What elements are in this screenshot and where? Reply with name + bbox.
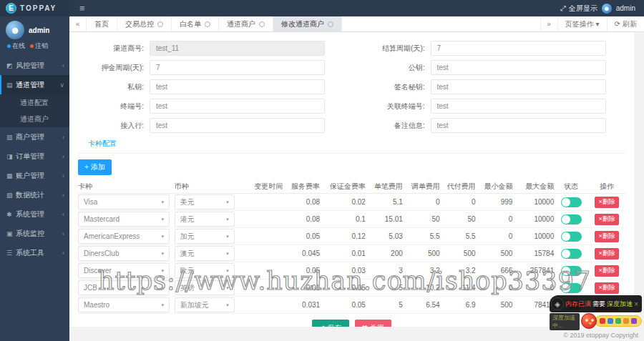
currency-select[interactable]: 港元▾ [175, 212, 235, 227]
sidebar-item-channel[interactable]: ▤通道管理∨ [0, 75, 69, 94]
tabs-collapse-icon[interactable]: « [69, 16, 87, 31]
card-config-link[interactable]: 卡种配置 [88, 139, 117, 147]
value-cell: 78412 [512, 301, 554, 309]
avatar[interactable]: ☻ [6, 21, 24, 39]
popup-tool-icon[interactable] [631, 318, 637, 324]
status-toggle[interactable] [561, 214, 582, 224]
stats-icon: ▨ [6, 192, 16, 199]
card-type-select[interactable]: AmericanExpress▾ [78, 229, 170, 244]
value-cell: 10.2 [403, 284, 440, 292]
card-type-select[interactable]: Discover▾ [78, 263, 170, 278]
form-row: 接入行:备注信息: [78, 117, 625, 134]
online-dot-icon [7, 44, 11, 48]
delete-button[interactable]: ×删除 [595, 197, 618, 208]
sidebar-item-order[interactable]: ◨订单管理‹ [0, 147, 69, 166]
status-toggle[interactable] [561, 232, 582, 242]
sidebar-item-tools[interactable]: ☰系统工具‹ [0, 243, 69, 262]
currency-select[interactable]: 澳元▾ [175, 246, 235, 261]
tab-label: 修改通道商户 [281, 19, 324, 29]
field-input-押金周期(天)[interactable] [150, 60, 325, 75]
sidebar-subitem[interactable]: 通道商户 [0, 111, 69, 127]
field-input-终端号[interactable] [150, 99, 325, 114]
tab-close-icon[interactable] [205, 21, 210, 27]
value-cell: 3.2 [440, 267, 476, 275]
card-type-select[interactable]: Maestro▾ [78, 297, 170, 312]
delete-button[interactable]: ×删除 [595, 282, 618, 294]
topbar-username[interactable]: admin [616, 4, 635, 12]
tab-close-icon[interactable] [259, 21, 265, 27]
tab-close-icon[interactable] [328, 21, 333, 27]
field-input-结算周期(天)[interactable] [431, 41, 606, 56]
value-cell: 0.1 [320, 215, 366, 223]
delete-button[interactable]: ×删除 [595, 248, 618, 260]
sidebar-item-merchant[interactable]: ▥商户管理‹ [0, 127, 69, 147]
chevron-icon: ‹ [62, 153, 64, 160]
tab-交易总控[interactable]: 交易总控 [117, 16, 172, 31]
currency-value: 欧元 [180, 266, 195, 276]
status-toggle[interactable] [561, 266, 582, 276]
popup-tool-icon[interactable] [615, 318, 621, 324]
field-input-私钥[interactable] [150, 79, 325, 94]
brand-logo[interactable]: E TOPPAY [0, 0, 69, 16]
main-content: 渠道商号:结算周期(天):押金周期(天):公钥:私钥:签名秘钥:终端号:关联终端… [69, 32, 644, 341]
sidebar-item-account[interactable]: ▦账户管理‹ [0, 166, 69, 185]
field-input-渠道商号[interactable] [150, 41, 325, 56]
status-toggle[interactable] [561, 197, 582, 207]
sidebar-subitem[interactable]: 通道配置 [0, 94, 69, 111]
delete-button[interactable]: ×删除 [595, 231, 618, 242]
currency-select[interactable]: 欧元▾ [175, 263, 235, 278]
chevron-icon: ‹ [62, 172, 64, 179]
card-type-select[interactable]: Visa▾ [78, 194, 170, 209]
field-input-公钥[interactable] [431, 60, 606, 75]
save-button[interactable]: ✔ 保存 [312, 320, 348, 327]
field-input-签名秘钥[interactable] [431, 79, 606, 94]
avatar[interactable]: ☻ [602, 4, 612, 14]
tab-修改通道商户[interactable]: 修改通道商户 [273, 16, 342, 31]
tab-首页[interactable]: 首页 [87, 16, 117, 31]
refresh-button[interactable]: ⟳ 刷新 [607, 16, 644, 31]
close-button[interactable]: ✖ 关闭 [355, 320, 391, 327]
field-input-备注信息[interactable] [431, 118, 606, 133]
promo-popup: ◈ 内存已满 需要 深度加速 × 深度加速中... [550, 295, 642, 330]
actions-cell: ×删除 [588, 214, 625, 225]
tab-close-icon[interactable] [157, 21, 163, 27]
mascot-icon[interactable] [581, 313, 597, 329]
column-header: 代付费用 [440, 182, 476, 192]
tab-通道商户[interactable]: 通道商户 [219, 16, 273, 31]
popup-tool-icon[interactable] [608, 318, 613, 324]
shield-icon: ◈ [551, 297, 564, 310]
tab-operations-dropdown[interactable]: 页签操作▾ [557, 16, 607, 31]
currency-select[interactable]: 新加坡元▾ [175, 297, 235, 312]
popup-toolbar[interactable] [595, 315, 642, 327]
popup-tool-icon[interactable] [600, 318, 605, 324]
sidebar-item-stats[interactable]: ▨数据统计‹ [0, 185, 69, 204]
popup-close-icon[interactable]: × [634, 300, 638, 308]
status-cell [554, 197, 588, 207]
popup-tool-icon[interactable] [623, 318, 629, 324]
hamburger-icon[interactable]: ≡ [79, 3, 85, 14]
currency-select[interactable]: 美元▾ [175, 194, 235, 209]
add-card-button[interactable]: + 添加 [78, 159, 112, 175]
table-body: Visa▾美元▾0.080.025.10099910000×删除Masterca… [78, 194, 625, 314]
delete-button[interactable]: ×删除 [595, 265, 618, 277]
card-type-select[interactable]: JCB▾ [78, 280, 170, 295]
logout-link[interactable]: 注销 [30, 41, 48, 51]
fullscreen-button[interactable]: ⤢ 全屏显示 [560, 4, 597, 14]
card-type-select[interactable]: Mastercard▾ [78, 212, 170, 227]
currency-select[interactable]: 加元▾ [175, 229, 235, 244]
sidebar-item-system[interactable]: ✱系统管理‹ [0, 204, 69, 224]
table-row: Visa▾美元▾0.080.025.10099910000×删除 [78, 194, 625, 211]
tab-白名单[interactable]: 白名单 [172, 16, 219, 31]
sidebar-item-risk[interactable]: ◩风控管理‹ [0, 56, 69, 75]
status-toggle[interactable] [561, 283, 582, 293]
sidebar-item-label: 商户管理 [16, 132, 62, 142]
deep-boost-link[interactable]: 深度加速 [607, 300, 633, 309]
delete-button[interactable]: ×删除 [595, 214, 618, 225]
field-input-接入行[interactable] [150, 118, 325, 133]
tabs-expand-icon[interactable]: » [540, 16, 557, 31]
status-toggle[interactable] [561, 249, 582, 259]
currency-select[interactable]: 英镑▾ [175, 280, 235, 295]
card-type-select[interactable]: DinersClub▾ [78, 246, 170, 261]
field-input-关联终端号[interactable] [431, 99, 606, 114]
sidebar-item-monitor[interactable]: ▣系统监控‹ [0, 224, 69, 243]
